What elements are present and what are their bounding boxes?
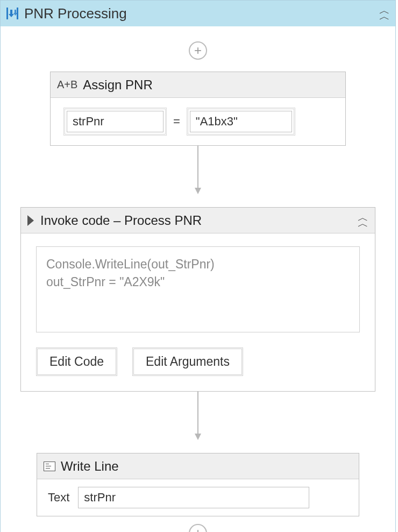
invoke-title: Invoke code – Process PNR <box>40 213 358 228</box>
writeline-icon <box>44 462 55 471</box>
assign-variable-input[interactable] <box>67 111 164 132</box>
sequence-icon <box>5 6 20 21</box>
invoke-body: Console.WriteLine(out_StrPnr) out_StrPnr… <box>21 233 375 391</box>
edit-arguments-button[interactable]: Edit Arguments <box>132 347 243 376</box>
sequence-header[interactable]: PNR Processing ︿︿ <box>1 1 395 26</box>
assign-header[interactable]: A+B Assign PNR <box>51 72 345 98</box>
add-activity-top-button[interactable]: + <box>189 41 207 60</box>
flow-arrow <box>193 146 203 195</box>
code-preview[interactable]: Console.WriteLine(out_StrPnr) out_StrPnr… <box>36 246 360 332</box>
writeline-header[interactable]: Write Line <box>37 453 359 479</box>
assign-value-input[interactable] <box>190 111 292 132</box>
collapse-icon[interactable]: ︿︿ <box>379 8 390 19</box>
assign-variable-wrap <box>63 108 167 136</box>
add-activity-bottom-button[interactable]: + <box>189 524 207 532</box>
writeline-activity[interactable]: Write Line Text <box>37 453 359 516</box>
invoke-header[interactable]: Invoke code – Process PNR ︿︿ <box>21 208 375 233</box>
edit-code-button[interactable]: Edit Code <box>36 347 117 376</box>
writeline-text-input[interactable] <box>78 487 309 508</box>
assign-title: Assign PNR <box>83 77 339 93</box>
invoke-code-activity[interactable]: Invoke code – Process PNR ︿︿ Console.Wri… <box>20 207 375 392</box>
writeline-text-label: Text <box>48 491 69 505</box>
svg-marker-5 <box>195 434 201 440</box>
assign-icon: A+B <box>57 79 77 91</box>
sequence-body: + A+B Assign PNR = <box>1 26 395 532</box>
flow-arrow <box>193 392 203 441</box>
sequence-container: PNR Processing ︿︿ + A+B Assign PNR = <box>0 0 396 532</box>
assign-value-wrap <box>187 108 295 136</box>
expand-icon[interactable] <box>27 215 34 226</box>
writeline-body: Text <box>37 479 359 516</box>
svg-rect-1 <box>17 8 18 19</box>
svg-rect-0 <box>6 8 8 19</box>
assign-activity[interactable]: A+B Assign PNR = <box>50 72 346 146</box>
invoke-button-row: Edit Code Edit Arguments <box>36 347 360 376</box>
equals-label: = <box>173 115 180 129</box>
svg-marker-3 <box>195 188 201 194</box>
writeline-title: Write Line <box>61 459 352 474</box>
invoke-collapse-icon[interactable]: ︿︿ <box>358 215 368 226</box>
assign-body: = <box>51 98 345 145</box>
sequence-title: PNR Processing <box>24 5 379 22</box>
